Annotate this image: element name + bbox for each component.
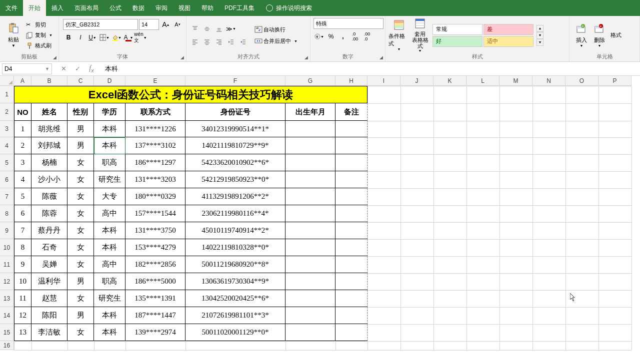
data-cell[interactable]	[286, 137, 336, 154]
data-cell[interactable]: 182****2856	[126, 256, 186, 273]
copy-button[interactable]: 复制▼	[24, 30, 54, 40]
data-cell[interactable]: 13042520020425**6*	[186, 290, 286, 307]
data-cell[interactable]: 14021119810729**9*	[186, 137, 286, 154]
data-cell[interactable]: 11	[14, 290, 32, 307]
row-header-3[interactable]: 3	[0, 121, 14, 137]
format-painter-button[interactable]: 格式刷	[24, 41, 54, 50]
row-header-6[interactable]: 6	[0, 171, 14, 188]
data-cell[interactable]	[286, 171, 336, 188]
data-cell[interactable]: 本科	[94, 239, 126, 256]
data-cell[interactable]: 187****1447	[126, 307, 186, 324]
shrink-font-button[interactable]: A▾	[172, 19, 183, 30]
data-cell[interactable]	[286, 324, 336, 341]
dialog-launcher-icon[interactable]: ◢	[52, 54, 58, 60]
col-header-F[interactable]: F	[186, 76, 286, 86]
data-cell[interactable]: 3	[14, 154, 32, 171]
data-cell[interactable]: 9	[14, 256, 32, 273]
row-header-5[interactable]: 5	[0, 154, 14, 171]
align-bottom-button[interactable]	[214, 23, 224, 34]
data-cell[interactable]: 13	[14, 324, 32, 341]
data-cell[interactable]: 女	[68, 188, 94, 205]
col-header-N[interactable]: N	[532, 76, 566, 86]
col-header-K[interactable]: K	[434, 76, 466, 86]
data-cell[interactable]: 本科	[94, 307, 126, 324]
tab-home[interactable]: 开始	[23, 0, 46, 16]
data-cell[interactable]: 职高	[94, 273, 126, 290]
title-cell[interactable]: Excel函数公式：身份证号码相关技巧解读	[14, 86, 368, 103]
border-button[interactable]: ▼	[99, 32, 110, 43]
enter-formula-button[interactable]: ✓	[71, 63, 84, 74]
header-cell[interactable]: 姓名	[32, 103, 68, 121]
data-cell[interactable]: 186****1297	[126, 154, 186, 171]
data-cell[interactable]: 男	[68, 273, 94, 290]
data-cell[interactable]: 1	[14, 121, 32, 137]
phonetic-button[interactable]: wén文▼	[135, 32, 146, 43]
header-cell[interactable]: 备注	[336, 103, 368, 121]
data-cell[interactable]: 54212919850923**0*	[186, 171, 286, 188]
style-neutral[interactable]: 适中	[484, 36, 534, 47]
col-header-J[interactable]: J	[400, 76, 434, 86]
font-color-button[interactable]: A▼	[123, 32, 134, 43]
data-cell[interactable]	[286, 205, 336, 222]
data-cell[interactable]: 131****3203	[126, 171, 186, 188]
cancel-formula-button[interactable]: ✕	[57, 63, 70, 74]
col-header-B[interactable]: B	[32, 76, 68, 86]
data-cell[interactable]: 本科	[94, 121, 126, 137]
orientation-button[interactable]: ≫▼	[226, 23, 236, 34]
data-cell[interactable]	[336, 307, 368, 324]
data-cell[interactable]: 6	[14, 205, 32, 222]
data-cell[interactable]: 180****0329	[126, 188, 186, 205]
data-cell[interactable]: 石奇	[32, 239, 68, 256]
style-scroll-up[interactable]: ▴	[536, 25, 544, 32]
style-gallery-open[interactable]: ▾	[536, 39, 544, 46]
insert-cells-button[interactable]: + 插入▼	[572, 19, 590, 51]
data-cell[interactable]: 135****1391	[126, 290, 186, 307]
style-bad[interactable]: 差	[484, 24, 534, 35]
data-cell[interactable]	[336, 222, 368, 239]
header-cell[interactable]: 联系方式	[126, 103, 186, 121]
name-box[interactable]: D4 ▼	[2, 63, 52, 74]
grow-font-button[interactable]: A▴	[160, 19, 171, 30]
col-header-O[interactable]: O	[566, 76, 598, 86]
data-cell[interactable]: 131****3750	[126, 222, 186, 239]
row-header-10[interactable]: 10	[0, 239, 14, 256]
comma-button[interactable]: ,	[338, 31, 348, 42]
align-right-button[interactable]	[214, 36, 224, 47]
col-header-D[interactable]: D	[94, 76, 126, 86]
data-cell[interactable]	[336, 256, 368, 273]
data-cell[interactable]	[336, 154, 368, 171]
data-cell[interactable]: 女	[68, 239, 94, 256]
tab-layout[interactable]: 页面布局	[69, 0, 104, 16]
data-cell[interactable]: 50011020001129**0*	[186, 324, 286, 341]
tab-help[interactable]: 帮助	[196, 0, 219, 16]
format-cells-button[interactable]: 格式	[608, 19, 624, 51]
col-header-H[interactable]: H	[336, 76, 368, 86]
accounting-button[interactable]: ¥▼	[314, 31, 324, 42]
data-cell[interactable]: 本科	[94, 222, 126, 239]
data-cell[interactable]: 54233620010902**6*	[186, 154, 286, 171]
number-format[interactable]	[314, 18, 384, 29]
row-header-13[interactable]: 13	[0, 290, 14, 307]
font-size[interactable]	[139, 19, 159, 30]
data-cell[interactable]: 186****5000	[126, 273, 186, 290]
data-cell[interactable]	[286, 121, 336, 137]
percent-button[interactable]: %	[326, 31, 336, 42]
tab-formulas[interactable]: 公式	[104, 0, 127, 16]
data-cell[interactable]: 137****3102	[126, 137, 186, 154]
data-cell[interactable]: 8	[14, 239, 32, 256]
data-cell[interactable]	[336, 205, 368, 222]
data-cell[interactable]: 高中	[94, 205, 126, 222]
col-header-I[interactable]: I	[368, 76, 400, 86]
data-cell[interactable]: 胡兆维	[32, 121, 68, 137]
data-cell[interactable]: 赵慧	[32, 290, 68, 307]
data-cell[interactable]: 45010119740914**2*	[186, 222, 286, 239]
data-cell[interactable]: 男	[68, 121, 94, 137]
decrease-indent-button[interactable]	[226, 36, 236, 47]
col-header-A[interactable]: A	[14, 76, 32, 86]
data-cell[interactable]: 21072619981101**3*	[186, 307, 286, 324]
data-cell[interactable]	[286, 188, 336, 205]
tab-view[interactable]: 视图	[173, 0, 196, 16]
data-cell[interactable]: 女	[68, 222, 94, 239]
tab-review[interactable]: 审阅	[150, 0, 173, 16]
row-header-2[interactable]: 2	[0, 103, 14, 121]
